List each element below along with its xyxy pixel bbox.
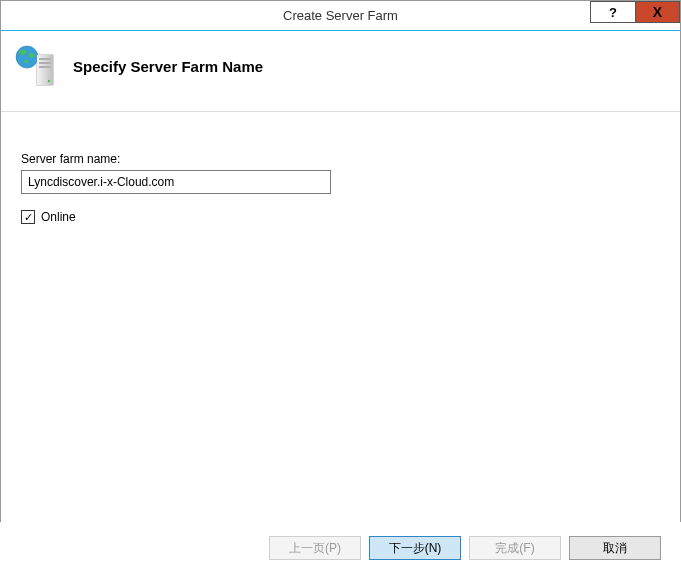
previous-button[interactable]: 上一页(P)	[269, 536, 361, 560]
help-button[interactable]: ?	[590, 1, 635, 23]
server-farm-name-input[interactable]	[21, 170, 331, 194]
close-button[interactable]: X	[635, 1, 680, 23]
svg-point-7	[48, 80, 50, 82]
titlebar: Create Server Farm ? X	[1, 1, 680, 31]
window-title: Create Server Farm	[283, 1, 398, 31]
next-button[interactable]: 下一步(N)	[369, 536, 461, 560]
server-farm-icon	[15, 45, 57, 87]
wizard-footer: 上一页(P) 下一步(N) 完成(F) 取消	[0, 522, 681, 580]
content-area: Server farm name: ✓ Online	[1, 112, 680, 552]
finish-button[interactable]: 完成(F)	[469, 536, 561, 560]
svg-rect-5	[39, 62, 51, 64]
titlebar-buttons: ? X	[590, 1, 680, 23]
server-farm-name-label: Server farm name:	[21, 152, 660, 166]
svg-rect-6	[39, 66, 51, 68]
online-checkbox-row[interactable]: ✓ Online	[21, 210, 660, 224]
svg-rect-4	[39, 58, 51, 60]
page-heading: Specify Server Farm Name	[73, 58, 263, 75]
online-checkbox[interactable]: ✓	[21, 210, 35, 224]
online-checkbox-label: Online	[41, 210, 76, 224]
wizard-header: Specify Server Farm Name	[1, 31, 680, 112]
cancel-button[interactable]: 取消	[569, 536, 661, 560]
